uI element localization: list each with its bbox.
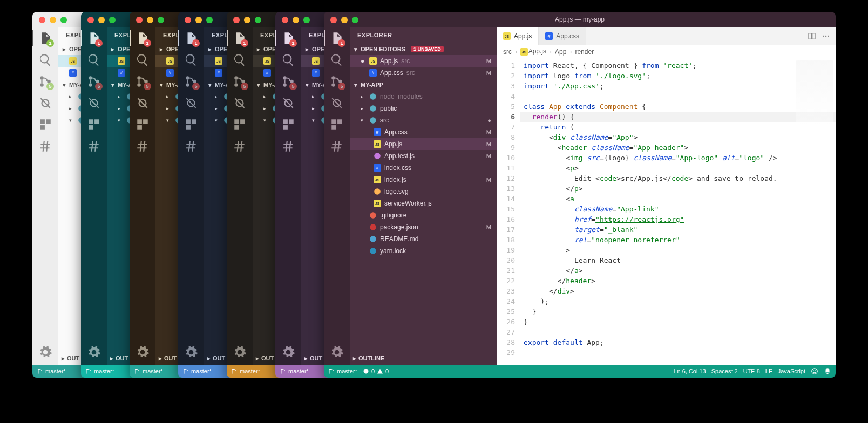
- extensions-icon[interactable]: [38, 118, 52, 132]
- gear-icon[interactable]: [135, 345, 150, 359]
- status-branch[interactable]: master*: [182, 368, 212, 374]
- code-line[interactable]: </header>: [520, 276, 836, 286]
- gear-icon[interactable]: [233, 345, 247, 359]
- status-branch[interactable]: master*: [328, 368, 357, 374]
- scm-icon[interactable]: 5: [184, 74, 198, 88]
- files-icon[interactable]: 1: [330, 31, 344, 45]
- source[interactable]: import React, { Component } from 'react'…: [520, 58, 836, 365]
- hash-icon[interactable]: [184, 139, 198, 153]
- code-line[interactable]: <header className="App-header">: [520, 142, 836, 153]
- search-icon[interactable]: [87, 53, 101, 67]
- window-controls[interactable]: [330, 17, 358, 23]
- feedback-icon[interactable]: [811, 367, 818, 375]
- status-problems[interactable]: 00: [363, 368, 389, 374]
- open-editor-item[interactable]: ● JS App.js src M: [350, 55, 497, 67]
- files-icon[interactable]: 1: [281, 31, 295, 45]
- more-icon[interactable]: [822, 32, 830, 40]
- extensions-icon[interactable]: [330, 118, 344, 132]
- status-branch[interactable]: master*: [280, 368, 309, 374]
- hash-icon[interactable]: [38, 139, 52, 153]
- status-eol[interactable]: LF: [765, 368, 772, 374]
- search-icon[interactable]: [281, 53, 295, 67]
- tree-item[interactable]: package.json M: [350, 221, 497, 233]
- window-controls[interactable]: [282, 17, 310, 23]
- gear-icon[interactable]: [184, 345, 198, 359]
- files-icon[interactable]: 1: [87, 31, 101, 45]
- code-line[interactable]: <p>: [520, 163, 836, 173]
- code-line[interactable]: Learn React: [520, 255, 836, 265]
- files-icon[interactable]: 1: [184, 31, 198, 45]
- debug-icon[interactable]: [135, 96, 150, 110]
- bell-icon[interactable]: [824, 367, 831, 375]
- debug-icon[interactable]: [184, 96, 198, 110]
- debug-icon[interactable]: [330, 96, 344, 110]
- minimap[interactable]: [796, 60, 833, 125]
- window-controls[interactable]: [185, 17, 213, 23]
- gear-icon[interactable]: [330, 345, 344, 359]
- breadcrumb-item[interactable]: src: [503, 48, 512, 56]
- editor-tab[interactable]: # App.css: [539, 27, 586, 45]
- outline-section[interactable]: ▸OUTLINE: [350, 352, 497, 365]
- code-line[interactable]: rel="noopener noreferrer": [520, 235, 836, 245]
- extensions-icon[interactable]: [135, 118, 150, 132]
- search-icon[interactable]: [330, 53, 344, 67]
- tree-item[interactable]: README.md: [350, 233, 497, 245]
- hash-icon[interactable]: [233, 139, 247, 153]
- files-icon[interactable]: 1: [38, 31, 52, 45]
- code-line[interactable]: [520, 91, 836, 101]
- code-line[interactable]: </a>: [520, 265, 836, 276]
- search-icon[interactable]: [184, 53, 198, 67]
- code-line[interactable]: </p>: [520, 183, 836, 194]
- hash-icon[interactable]: [87, 139, 101, 153]
- tree-item[interactable]: JS App.js M: [350, 138, 497, 150]
- scm-icon[interactable]: 5: [135, 74, 150, 88]
- open-editors-section[interactable]: ▾ OPEN EDITORS 1 UNSAVED: [350, 43, 497, 55]
- code-line[interactable]: href="https://reactjs.org": [520, 214, 836, 224]
- code-line[interactable]: Edit <code>src/App.js</code> and save to…: [520, 173, 836, 183]
- code-line[interactable]: }: [520, 317, 836, 327]
- editor-tab[interactable]: JS App.js: [497, 27, 539, 45]
- code-line[interactable]: [520, 347, 836, 358]
- status-lncol[interactable]: Ln 6, Col 13: [674, 368, 706, 374]
- hash-icon[interactable]: [281, 139, 295, 153]
- tree-item[interactable]: App.test.js M: [350, 150, 497, 162]
- gear-icon[interactable]: [87, 345, 101, 359]
- window-controls[interactable]: [136, 17, 164, 23]
- status-language[interactable]: JavaScript: [778, 368, 805, 374]
- open-editor-item[interactable]: # App.css src M: [350, 67, 497, 79]
- extensions-icon[interactable]: [87, 118, 101, 132]
- status-encoding[interactable]: UTF-8: [743, 368, 760, 374]
- code-line[interactable]: import React, { Component } from 'react'…: [520, 60, 836, 71]
- scm-icon[interactable]: 5: [281, 74, 295, 88]
- code-line[interactable]: import './App.css';: [520, 81, 836, 91]
- tree-item[interactable]: JS serviceWorker.js: [350, 197, 497, 209]
- extensions-icon[interactable]: [184, 118, 198, 132]
- code-line[interactable]: className="App-link": [520, 204, 836, 214]
- scm-icon[interactable]: 5: [233, 74, 247, 88]
- extensions-icon[interactable]: [281, 118, 295, 132]
- window-controls[interactable]: [39, 17, 67, 23]
- tree-item[interactable]: yarn.lock: [350, 245, 497, 257]
- breadcrumb-item[interactable]: JS App.js: [520, 47, 546, 56]
- code-line[interactable]: return (: [520, 122, 836, 132]
- tree-item[interactable]: ▸ node_modules: [350, 91, 497, 103]
- code-editor[interactable]: 1234567891011121314151617181920212223242…: [497, 58, 836, 365]
- files-icon[interactable]: 1: [135, 31, 150, 45]
- search-icon[interactable]: [38, 53, 52, 67]
- search-icon[interactable]: [135, 53, 150, 67]
- tree-item[interactable]: # App.css M: [350, 126, 497, 138]
- gear-icon[interactable]: [281, 345, 295, 359]
- breadcrumb-item[interactable]: App: [555, 48, 566, 56]
- code-line[interactable]: import logo from './logo.svg';: [520, 71, 836, 81]
- code-line[interactable]: <img src={logo} className="App-logo" alt…: [520, 153, 836, 163]
- code-line[interactable]: }: [520, 306, 836, 317]
- code-line[interactable]: <div className="App">: [520, 132, 836, 142]
- search-icon[interactable]: [233, 53, 247, 67]
- tree-item[interactable]: ▾ src ●: [350, 114, 497, 126]
- gear-icon[interactable]: [38, 345, 52, 359]
- tree-item[interactable]: # index.css: [350, 162, 497, 174]
- code-line[interactable]: <a: [520, 194, 836, 204]
- hash-icon[interactable]: [330, 139, 344, 153]
- scm-icon[interactable]: 5: [38, 74, 52, 88]
- tree-item[interactable]: ▸ public: [350, 103, 497, 114]
